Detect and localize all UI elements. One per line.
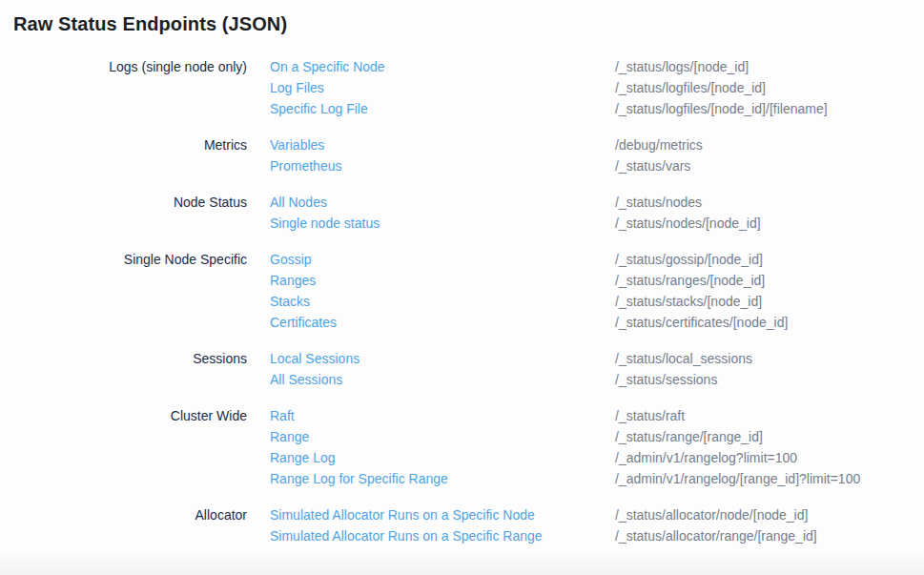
endpoint-link[interactable]: All Nodes [270, 192, 327, 213]
category-label [0, 270, 270, 291]
endpoint-path: /_status/raft [615, 405, 924, 426]
endpoint-link[interactable]: Raft [270, 405, 295, 426]
endpoint-path: /_status/nodes/[node_id] [615, 213, 924, 234]
endpoint-row: Stacks /_status/stacks/[node_id] [0, 291, 924, 312]
endpoint-path: /_status/logfiles/[node_id] [615, 77, 924, 98]
raw-status-endpoints-page: Raw Status Endpoints (JSON) Logs (single… [0, 12, 924, 546]
endpoint-link[interactable]: Single node status [270, 213, 380, 234]
endpoint-link[interactable]: Certificates [270, 312, 337, 333]
category-label: Single Node Specific [0, 249, 270, 270]
endpoint-group: Node Status All Nodes /_status/nodes Sin… [0, 192, 924, 234]
endpoint-path: /_status/ranges/[node_id] [615, 270, 924, 291]
endpoint-link[interactable]: Range Log [270, 447, 336, 468]
endpoint-link[interactable]: Specific Log File [270, 98, 368, 119]
endpoint-row: Single node status /_status/nodes/[node_… [0, 213, 924, 234]
endpoint-group: Single Node Specific Gossip /_status/gos… [0, 249, 924, 333]
category-label [0, 213, 270, 234]
endpoint-group: Logs (single node only) On a Specific No… [0, 56, 924, 119]
endpoint-row: All Sessions /_status/sessions [0, 369, 924, 390]
category-label: Node Status [0, 192, 270, 213]
endpoint-link[interactable]: Local Sessions [270, 348, 359, 369]
endpoint-row: Ranges /_status/ranges/[node_id] [0, 270, 924, 291]
category-label [0, 426, 270, 447]
endpoint-row: Range Log for Specific Range /_admin/v1/… [0, 468, 924, 489]
endpoint-row: Simulated Allocator Runs on a Specific R… [0, 525, 924, 546]
endpoint-link[interactable]: Simulated Allocator Runs on a Specific R… [270, 525, 543, 546]
category-label: Cluster Wide [0, 405, 270, 426]
page-bottom-fade [0, 550, 924, 575]
endpoint-path: /_status/logfiles/[node_id]/[filename] [615, 98, 924, 119]
endpoint-path: /_status/range/[range_id] [615, 426, 924, 447]
endpoint-group: Cluster Wide Raft /_status/raft Range /_… [0, 405, 924, 489]
category-label [0, 369, 270, 390]
endpoint-path: /_status/stacks/[node_id] [615, 291, 924, 312]
endpoint-row: Cluster Wide Raft /_status/raft [0, 405, 924, 426]
endpoint-row: Certificates /_status/certificates/[node… [0, 312, 924, 333]
endpoint-group: Metrics Variables /debug/metrics Prometh… [0, 134, 924, 176]
endpoint-path: /_status/logs/[node_id] [615, 56, 924, 77]
endpoint-path: /_status/gossip/[node_id] [615, 249, 924, 270]
category-label [0, 468, 270, 489]
category-label: Metrics [0, 134, 270, 155]
endpoint-link[interactable]: Variables [270, 134, 324, 155]
category-label [0, 312, 270, 333]
endpoint-link[interactable]: Range [270, 426, 309, 447]
endpoints-table: Logs (single node only) On a Specific No… [0, 56, 924, 546]
endpoint-group: Allocator Simulated Allocator Runs on a … [0, 504, 924, 546]
endpoint-path: /_status/allocator/node/[node_id] [615, 504, 924, 525]
endpoint-row: Node Status All Nodes /_status/nodes [0, 192, 924, 213]
endpoint-path: /_status/allocator/range/[range_id] [615, 525, 924, 546]
endpoint-path: /_admin/v1/rangelog?limit=100 [615, 447, 924, 468]
category-label: Allocator [0, 504, 270, 525]
endpoint-row: Log Files /_status/logfiles/[node_id] [0, 77, 924, 98]
endpoint-row: Specific Log File /_status/logfiles/[nod… [0, 98, 924, 119]
endpoint-link[interactable]: Gossip [270, 249, 312, 270]
endpoint-link[interactable]: Log Files [270, 77, 324, 98]
endpoint-group: Sessions Local Sessions /_status/local_s… [0, 348, 924, 390]
endpoint-path: /_status/local_sessions [615, 348, 924, 369]
category-label [0, 525, 270, 546]
category-label [0, 98, 270, 119]
endpoint-link[interactable]: On a Specific Node [270, 56, 385, 77]
endpoint-row: Allocator Simulated Allocator Runs on a … [0, 504, 924, 525]
endpoint-link[interactable]: Simulated Allocator Runs on a Specific N… [270, 504, 535, 525]
endpoint-link[interactable]: Ranges [270, 270, 316, 291]
category-label [0, 291, 270, 312]
endpoint-path: /_status/certificates/[node_id] [615, 312, 924, 333]
category-label: Logs (single node only) [0, 56, 270, 77]
endpoint-row: Sessions Local Sessions /_status/local_s… [0, 348, 924, 369]
category-label [0, 155, 270, 176]
endpoint-link[interactable]: Prometheus [270, 155, 341, 176]
endpoint-path: /_admin/v1/rangelog/[range_id]?limit=100 [615, 468, 924, 489]
endpoint-row: Range Log /_admin/v1/rangelog?limit=100 [0, 447, 924, 468]
category-label [0, 447, 270, 468]
endpoint-row: Metrics Variables /debug/metrics [0, 134, 924, 155]
category-label: Sessions [0, 348, 270, 369]
endpoint-path: /_status/sessions [615, 369, 924, 390]
endpoint-path: /_status/nodes [615, 192, 924, 213]
endpoint-link[interactable]: Stacks [270, 291, 310, 312]
endpoint-row: Single Node Specific Gossip /_status/gos… [0, 249, 924, 270]
page-title: Raw Status Endpoints (JSON) [13, 12, 924, 35]
endpoint-row: Logs (single node only) On a Specific No… [0, 56, 924, 77]
endpoint-link[interactable]: All Sessions [270, 369, 342, 390]
endpoint-path: /debug/metrics [615, 134, 924, 155]
category-label [0, 77, 270, 98]
endpoint-row: Range /_status/range/[range_id] [0, 426, 924, 447]
endpoint-link[interactable]: Range Log for Specific Range [270, 468, 448, 489]
endpoint-row: Prometheus /_status/vars [0, 155, 924, 176]
endpoint-path: /_status/vars [615, 155, 924, 176]
